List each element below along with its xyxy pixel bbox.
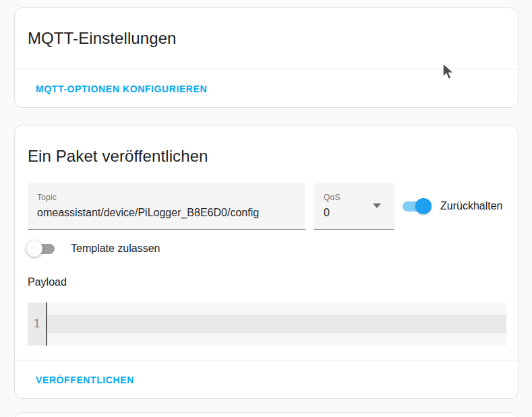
mqtt-settings-card-header: MQTT-Einstellungen [15,8,518,69]
editor-content-area[interactable] [47,302,506,346]
topic-qos-row: Topic QoS 0 Zurückhalten [28,183,505,230]
editor-active-line [47,315,506,333]
configure-mqtt-options-button[interactable]: MQTT-OPTIONEN KONFIGURIEREN [30,78,212,100]
retain-switch-label: Zurückhalten [440,198,503,214]
mqtt-settings-card: MQTT-Einstellungen MQTT-OPTIONEN KONFIGU… [14,7,519,108]
payload-label: Payload [28,276,505,289]
topic-field-label: Topic [37,192,305,203]
template-row: Template zulassen [28,240,505,257]
publish-packet-card: Ein Paket veröffentlichen Topic QoS 0 Zu… [14,125,519,399]
mqtt-settings-card-actions: MQTT-OPTIONEN KONFIGURIEREN [15,69,518,108]
payload-code-editor[interactable]: 1 [28,302,506,346]
chevron-down-icon [373,203,381,208]
retain-switch[interactable] [403,198,430,214]
qos-selected-value: 0 [324,205,394,221]
page-title: MQTT-Einstellungen [28,28,177,49]
publish-button[interactable]: VERÖFFENTLICHEN [30,369,140,391]
allow-template-switch[interactable] [28,240,55,257]
allow-template-switch-thumb [26,240,42,257]
publish-section-title: Ein Paket veröffentlichen [28,146,505,167]
allow-template-switch-label: Template zulassen [71,240,160,257]
topic-input[interactable] [37,205,296,221]
retain-switch-thumb [415,198,432,214]
editor-gutter: 1 [28,302,46,346]
topic-field[interactable]: Topic [28,183,305,230]
qos-select-label: QoS [324,192,394,203]
qos-select[interactable]: QoS 0 [314,183,394,230]
publish-card-content: Ein Paket veröffentlichen Topic QoS 0 Zu… [15,125,518,399]
editor-line-number: 1 [28,315,46,333]
next-card-partial [14,412,519,417]
publish-card-actions: VERÖFFENTLICHEN [15,360,518,399]
